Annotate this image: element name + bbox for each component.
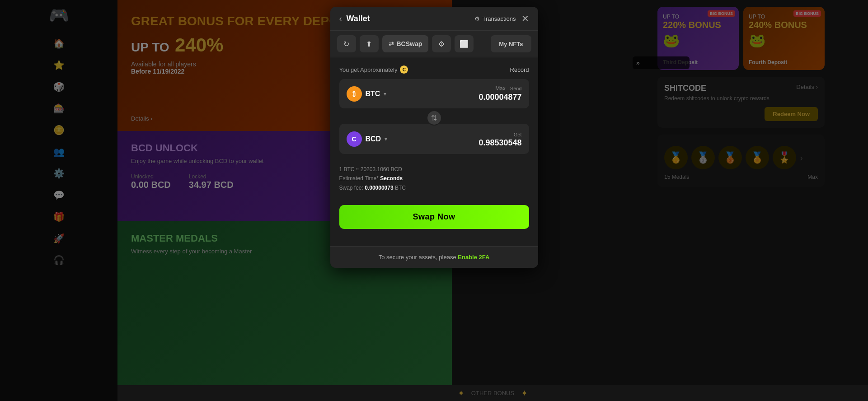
tab-refresh[interactable]: ↻	[337, 35, 356, 52]
approx-text: You get Approximately C	[339, 65, 408, 74]
enable-2fa-link[interactable]: Enable 2FA	[458, 254, 489, 261]
swap-fee-currency: BTC	[395, 185, 406, 191]
swap-info: 1 BTC ≈ 20203.1060 BCD Estimated Time* S…	[339, 160, 529, 197]
tab-settings[interactable]: ⚙	[432, 35, 451, 52]
swap-switch: ⇅	[339, 110, 529, 126]
modal-close-button[interactable]: ✕	[521, 13, 529, 24]
twofa-bar: To secure your assets, please Enable 2FA	[330, 246, 538, 268]
estimated-time-line: Estimated Time* Seconds	[339, 174, 529, 183]
seconds-value: Seconds	[380, 175, 403, 182]
btc-logo: ₿	[347, 86, 362, 102]
from-coin-name: BTC	[366, 90, 380, 98]
gear-icon: ⚙	[474, 15, 480, 22]
wallet-tabs: ↻ ⬆ ⇄ BCSwap ⚙ ⬜ My NFTs	[330, 31, 538, 57]
to-coin-name: BCD	[366, 135, 381, 143]
transactions-link[interactable]: ⚙ Transactions	[474, 15, 516, 22]
modal-back-button[interactable]: ‹	[339, 14, 342, 23]
wallet-modal: ‹ Wallet ⚙ Transactions ✕ ↻ ⬆ ⇄ BCSwap ⚙…	[330, 7, 538, 268]
twofa-text: To secure your assets, please	[379, 254, 456, 261]
approx-coin-icon: C	[400, 65, 408, 74]
bcswap-label: BCSwap	[397, 40, 422, 47]
approx-row: You get Approximately C Record	[339, 65, 529, 74]
from-coin-arrow: ▾	[384, 91, 386, 97]
swap-icon: ⇄	[389, 40, 394, 47]
record-link[interactable]: Record	[510, 66, 529, 73]
swap-fee-line: Swap fee: 0.00000073 BTC	[339, 183, 529, 192]
swap-content: You get Approximately C Record ₿ BTC ▾ M…	[330, 57, 538, 237]
swap-now-button[interactable]: Swap Now	[339, 205, 529, 229]
to-coin-arrow: ▾	[385, 136, 387, 142]
tab-deposit[interactable]: ⬆	[360, 35, 379, 52]
tab-my-nfts[interactable]: My NFTs	[491, 35, 531, 52]
modal-title: Wallet	[347, 14, 370, 23]
modal-overlay: ‹ Wallet ⚙ Transactions ✕ ↻ ⬆ ⇄ BCSwap ⚙…	[0, 0, 868, 401]
to-box: C BCD ▾ Get 0.98530548	[339, 124, 529, 154]
swap-fee-value: 0.00000073	[365, 185, 393, 191]
max-button[interactable]: Max	[495, 85, 506, 92]
tab-bcswap[interactable]: ⇄ BCSwap	[382, 35, 429, 52]
from-coin-selector[interactable]: ₿ BTC ▾	[347, 86, 392, 102]
bcd-logo: C	[347, 131, 362, 147]
tab-screen[interactable]: ⬜	[455, 35, 474, 52]
modal-header: ‹ Wallet ⚙ Transactions ✕	[330, 7, 538, 31]
to-value: 0.98530548	[396, 138, 522, 148]
send-label: Send	[510, 86, 522, 91]
switch-icon[interactable]: ⇅	[427, 110, 442, 126]
get-label: Get	[514, 132, 522, 137]
transactions-label: Transactions	[483, 15, 516, 22]
to-coin-selector[interactable]: C BCD ▾	[347, 131, 392, 147]
rate-line: 1 BTC ≈ 20203.1060 BCD	[339, 165, 529, 174]
from-value: 0.00004877	[396, 93, 522, 102]
from-box: ₿ BTC ▾ Max Send 0.00004877	[339, 79, 529, 108]
